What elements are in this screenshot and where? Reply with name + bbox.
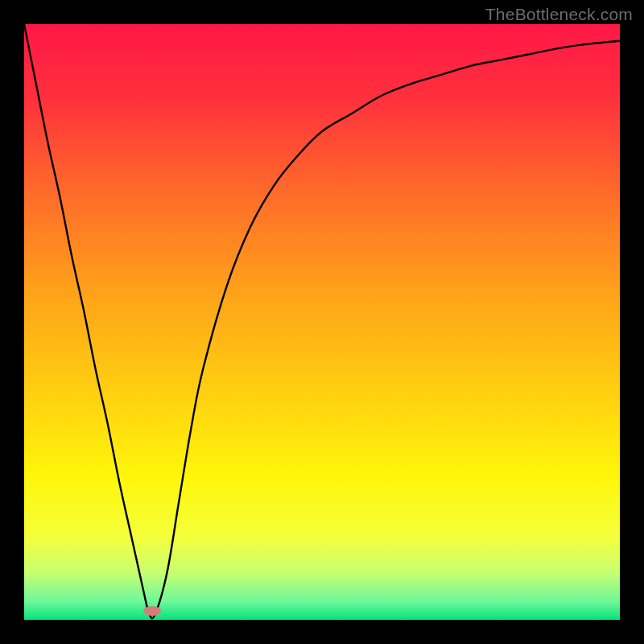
gradient-background [24, 24, 620, 620]
optimum-marker [143, 606, 161, 616]
chart-frame: TheBottleneck.com [0, 0, 644, 644]
watermark-text: TheBottleneck.com [485, 5, 633, 24]
plot-area [24, 24, 620, 620]
chart-svg [24, 24, 620, 620]
